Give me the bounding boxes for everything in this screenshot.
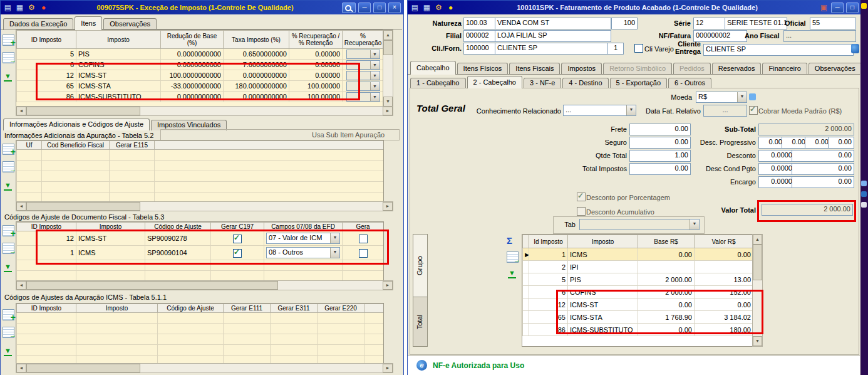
gera-checkbox[interactable] bbox=[359, 249, 368, 258]
table-row[interactable]: 12 ICMS-ST SP90090278 07 - Valor de ICM bbox=[17, 231, 384, 246]
desc-cond-valor-field[interactable]: 0.00 bbox=[792, 163, 854, 175]
subtab-2-cabecalho[interactable]: 2 - Cabeçalho bbox=[467, 76, 523, 88]
minimize-button[interactable] bbox=[831, 3, 844, 13]
table-row[interactable] bbox=[17, 313, 384, 324]
encargo-pct-field[interactable]: 0.0000 bbox=[758, 176, 795, 188]
export-row-icon[interactable] bbox=[3, 161, 14, 172]
table-row[interactable]: ► 1ICMS 0.000.00 bbox=[523, 248, 753, 261]
export-row-icon[interactable] bbox=[3, 243, 14, 254]
desc-progressivo-field-4[interactable]: 0.00 bbox=[828, 137, 854, 149]
encargo-valor-field[interactable]: 0.00 bbox=[792, 176, 854, 188]
dock-icon[interactable] bbox=[861, 181, 867, 186]
go-last-icon[interactable] bbox=[3, 347, 13, 356]
moeda-lookup-icon[interactable] bbox=[749, 93, 756, 100]
table-icon[interactable]: ▦ bbox=[422, 3, 431, 12]
filial-code-field[interactable]: 000002 bbox=[463, 30, 499, 42]
conhecimento-combo[interactable]: ... bbox=[563, 105, 636, 116]
campos-efd-combo[interactable]: 07 - Valor de ICM bbox=[266, 233, 340, 244]
subtab-4-destino[interactable]: 4 - Destino bbox=[562, 78, 608, 88]
desc-progressivo-field-2[interactable]: 0.00 bbox=[782, 137, 808, 149]
insert-row-icon[interactable] bbox=[3, 34, 14, 46]
horizontal-scrollbar[interactable] bbox=[16, 363, 393, 373]
cli-varejo-checkbox[interactable] bbox=[634, 44, 643, 53]
desc-progressivo-field-3[interactable]: 0.00 bbox=[805, 137, 831, 149]
nfe-lookup-icon[interactable] bbox=[851, 44, 859, 53]
table-row[interactable]: 86ICMS-SUBSTITUTO 0.00000000000.00000000… bbox=[17, 92, 384, 102]
subtab-6-outros[interactable]: 6 - Outros bbox=[668, 78, 711, 88]
serie-code-field[interactable]: 12 bbox=[693, 18, 728, 29]
subtab-5-exportacao[interactable]: 5 - Exportação bbox=[610, 78, 668, 88]
tab-cabecalho[interactable]: Cabeçalho bbox=[410, 61, 456, 75]
table-row[interactable] bbox=[17, 324, 384, 334]
natureza-extra-field[interactable]: 100 bbox=[611, 18, 638, 29]
close-button[interactable] bbox=[388, 3, 401, 13]
table-row[interactable] bbox=[17, 182, 384, 193]
cliente-entrega-field[interactable]: CLIENTE SP bbox=[703, 44, 854, 56]
search-icon[interactable] bbox=[342, 3, 356, 13]
filial-desc-field[interactable]: LOJA FILIAL SP bbox=[495, 30, 611, 42]
moeda-combo[interactable]: R$ bbox=[696, 92, 747, 103]
export-row-icon[interactable] bbox=[3, 52, 14, 63]
horizontal-scrollbar[interactable] bbox=[16, 201, 393, 211]
minimize-button[interactable] bbox=[358, 3, 371, 13]
desc-cond-pct-field[interactable]: 0.0000 bbox=[758, 163, 795, 175]
dock-icon[interactable] bbox=[861, 3, 867, 9]
table-row[interactable]: 12ICMS-ST 100.00000000000.0000000000 0.0… bbox=[17, 70, 384, 81]
side-tab-grupo[interactable]: Grupo bbox=[413, 234, 428, 298]
gerar-c197-checkbox[interactable] bbox=[233, 235, 242, 243]
horizontal-scrollbar[interactable] bbox=[16, 106, 393, 116]
tab-observacoes[interactable]: Observações bbox=[809, 63, 862, 75]
vertical-scrollbar[interactable] bbox=[752, 234, 763, 347]
table-row[interactable]: 1 ICMS SP90090104 08 - Outros bbox=[17, 246, 384, 260]
tab-impostos[interactable]: Impostos bbox=[561, 63, 602, 75]
cli-code-field[interactable]: 100000 bbox=[463, 43, 499, 55]
desc-progressivo-field-1[interactable]: 0.00 bbox=[758, 137, 785, 149]
desconto-pct-field[interactable]: 0.0000 bbox=[758, 150, 795, 162]
flame-icon[interactable]: ● bbox=[39, 3, 48, 12]
table-icon[interactable]: ▦ bbox=[15, 3, 24, 12]
side-tab-total[interactable]: Total bbox=[413, 297, 428, 347]
table-row[interactable]: 5PIS 2 000.0013.00 bbox=[523, 273, 753, 286]
tab-itens[interactable]: Itens bbox=[75, 16, 102, 30]
natureza-code-field[interactable]: 100.03 bbox=[463, 18, 499, 29]
tab-informacoes-adicionais[interactable]: Informações Adicionais e Códigos de Ajus… bbox=[3, 119, 150, 130]
subtab-3-nfe[interactable]: 3 - NF-e bbox=[524, 78, 561, 88]
alert-icon[interactable]: ▣ bbox=[819, 3, 829, 12]
dock-icon[interactable] bbox=[861, 202, 867, 208]
insert-row-icon[interactable] bbox=[3, 309, 14, 320]
dock-icon[interactable] bbox=[861, 191, 867, 197]
table-row[interactable] bbox=[17, 150, 384, 161]
horizontal-scrollbar[interactable] bbox=[16, 280, 393, 290]
gerar-c197-checkbox[interactable] bbox=[233, 249, 242, 258]
maximize-button[interactable] bbox=[373, 3, 386, 13]
bulb-icon[interactable]: ● bbox=[446, 3, 455, 12]
grid-icon[interactable]: ▤ bbox=[410, 3, 420, 12]
table-row[interactable]: 65ICMS-STA -33.0000000000180.0000000000 … bbox=[17, 81, 384, 92]
oficial-field[interactable]: 55 bbox=[810, 18, 856, 29]
table-row[interactable] bbox=[17, 345, 384, 356]
serie-desc-field[interactable]: SERIE TESTE 01.1 bbox=[725, 18, 787, 29]
grid-icon[interactable]: ▤ bbox=[3, 3, 13, 12]
table-row[interactable]: 6COFINS 0.00000000007.6000000000 0.00000 bbox=[17, 60, 384, 70]
campos-efd-combo[interactable]: 08 - Outros bbox=[266, 247, 340, 258]
table-row[interactable]: 65ICMS-STA 1 768.903 184.02 bbox=[523, 311, 753, 324]
table-row[interactable]: 5PIS 0.00000000000.6500000000 0.00000 bbox=[17, 49, 384, 60]
go-last-icon[interactable] bbox=[3, 263, 13, 272]
export-row-icon[interactable] bbox=[507, 251, 519, 263]
maximize-button[interactable] bbox=[846, 3, 859, 13]
subtab-1-cabecalho[interactable]: 1 - Cabeçalho bbox=[410, 78, 466, 88]
table-row[interactable]: 2IPI bbox=[523, 261, 753, 273]
table-row[interactable]: 12ICMS-ST 0.000.00 bbox=[523, 298, 753, 311]
vertical-scrollbar[interactable] bbox=[383, 29, 393, 107]
tab-reservados[interactable]: Reservados bbox=[712, 63, 762, 75]
sum-icon[interactable] bbox=[507, 235, 512, 246]
gera-checkbox[interactable] bbox=[359, 235, 368, 243]
table-row[interactable] bbox=[17, 334, 384, 345]
export-row-icon[interactable] bbox=[3, 327, 14, 338]
go-last-icon[interactable] bbox=[3, 72, 13, 81]
cli-desc-field[interactable]: CLIENTE SP bbox=[495, 43, 611, 55]
natureza-desc-field[interactable]: VENDA COM ST bbox=[495, 18, 611, 29]
wrench-icon[interactable]: ⚙ bbox=[434, 3, 443, 12]
table-row[interactable]: 6COFINS 2 000.00152.00 bbox=[523, 286, 753, 298]
go-last-icon[interactable] bbox=[507, 269, 517, 278]
